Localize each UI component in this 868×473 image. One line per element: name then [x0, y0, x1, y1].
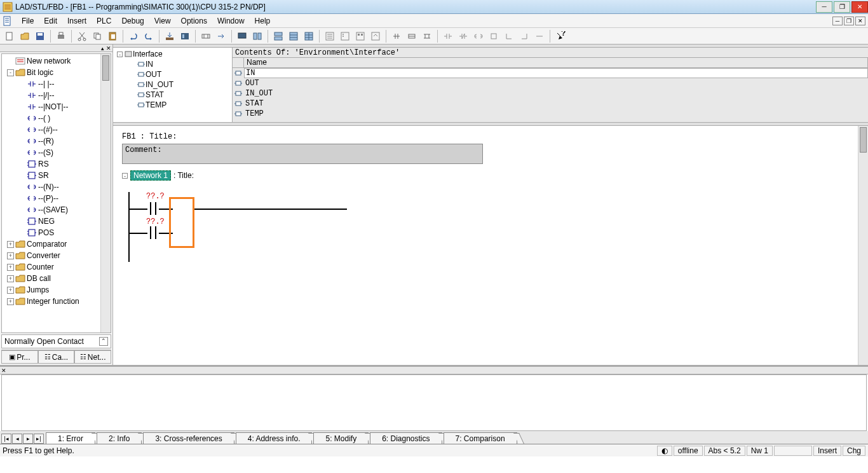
download-button[interactable]	[163, 29, 177, 43]
contact-1[interactable]	[147, 202, 159, 215]
tree-node[interactable]: --| |--	[2, 78, 111, 90]
branch-close-button[interactable]	[517, 29, 531, 43]
comment-box[interactable]: Comment:	[122, 144, 483, 164]
connection-button[interactable]	[532, 29, 546, 43]
module-button[interactable]	[178, 29, 192, 43]
save-button[interactable]	[33, 29, 47, 43]
close-button[interactable]: ✕	[851, 1, 868, 13]
minimize-button[interactable]: ─	[816, 1, 832, 13]
tree-node[interactable]: +Comparator	[2, 238, 111, 250]
network-button[interactable]	[199, 29, 213, 43]
tab-nav-last[interactable]: ▸|	[34, 434, 44, 444]
copy-button[interactable]	[90, 29, 104, 43]
tree-node[interactable]: +DB call	[2, 273, 111, 284]
address-1[interactable]: ??.?	[146, 192, 165, 201]
view3-button[interactable]	[302, 29, 316, 43]
cut-button[interactable]	[75, 29, 89, 43]
catalog3-button[interactable]	[353, 29, 367, 43]
catalog4-button[interactable]	[369, 29, 383, 43]
mdi-minimize-button[interactable]: ─	[832, 17, 843, 25]
output-tab[interactable]: 2: Info	[97, 432, 142, 444]
mdi-close-button[interactable]: ✕	[855, 17, 865, 25]
output-tab[interactable]: 5: Modify	[313, 432, 369, 444]
iface-tree-node[interactable]: IN_OUT	[114, 79, 231, 90]
output-tab[interactable]: 6: Diagnostics	[370, 432, 442, 444]
left-tab-network[interactable]: ☷ Net...	[74, 350, 111, 364]
column-name[interactable]: Name	[244, 58, 868, 67]
maximize-button[interactable]: ❐	[834, 1, 850, 13]
redo-button[interactable]	[142, 29, 156, 43]
tab-nav-next[interactable]: ▸	[23, 434, 33, 444]
tree-node[interactable]: --|/|--	[2, 90, 111, 101]
iface-row[interactable]: OUT	[233, 78, 868, 88]
tree-node[interactable]: --(R)	[2, 135, 111, 147]
interface-tree[interactable]: - Interface IN OUT IN_OUT STAT TEMP	[113, 48, 233, 122]
catalog2-button[interactable]	[338, 29, 352, 43]
undo-button[interactable]	[126, 29, 140, 43]
network-collapse-icon[interactable]: -	[122, 173, 128, 179]
paste-button[interactable]	[105, 29, 119, 43]
output-tab[interactable]: 1: Error	[46, 432, 95, 444]
output-tab[interactable]: 3: Cross-references	[143, 432, 234, 444]
iface-tree-node[interactable]: - Interface	[114, 49, 231, 59]
insert3-button[interactable]	[420, 29, 434, 43]
ladder-diagram[interactable]: ??.? ??.?	[128, 192, 859, 262]
address-2[interactable]: ??.?	[146, 217, 165, 226]
tree-node[interactable]: +Jumps	[2, 284, 111, 296]
iface-row[interactable]: TEMP	[233, 109, 868, 119]
menu-view[interactable]: View	[149, 15, 176, 27]
output-tab[interactable]: 4: Address info.	[236, 432, 313, 444]
tab-nav-prev[interactable]: ◂	[12, 434, 22, 444]
tree-node[interactable]: --( )	[2, 113, 111, 124]
monitor-button[interactable]	[235, 29, 249, 43]
iface-tree-node[interactable]: TEMP	[114, 100, 231, 110]
branch-open-button[interactable]	[502, 29, 516, 43]
contact-open-button[interactable]	[441, 29, 455, 43]
selection-box[interactable]	[169, 197, 194, 248]
menu-file[interactable]: File	[17, 15, 39, 27]
insert1-button[interactable]	[390, 29, 403, 43]
iface-tree-node[interactable]: STAT	[114, 90, 231, 100]
left-tab-call[interactable]: ☷ Ca...	[38, 350, 75, 364]
tree-node[interactable]: --(SAVE)	[2, 204, 111, 216]
tree-node[interactable]: POS	[2, 227, 111, 238]
iface-tree-node[interactable]: IN	[114, 59, 231, 69]
view1-button[interactable]	[271, 29, 285, 43]
output-tab[interactable]: 7: Comparison	[444, 432, 517, 444]
ladder-editor[interactable]: FB1 : Title: Comment: - Network 1 : Titl…	[113, 126, 868, 365]
editor-scrollbar[interactable]	[858, 126, 868, 365]
mdi-restore-button[interactable]: ❐	[844, 17, 854, 25]
print-button[interactable]	[54, 29, 68, 43]
new-button[interactable]	[3, 29, 17, 43]
menu-plc[interactable]: PLC	[92, 15, 116, 27]
coil-button[interactable]	[471, 29, 485, 43]
tree-scrollbar[interactable]	[100, 54, 111, 332]
tree-node[interactable]: +Counter	[2, 261, 111, 273]
menu-insert[interactable]: Insert	[62, 15, 92, 27]
menu-options[interactable]: Options	[176, 15, 212, 27]
menu-help[interactable]: Help	[250, 15, 276, 27]
iface-tree-node[interactable]: OUT	[114, 69, 231, 79]
help-button[interactable]: ?	[553, 29, 567, 43]
network-title[interactable]: : Title:	[173, 171, 194, 180]
menu-edit[interactable]: Edit	[39, 15, 62, 27]
iface-row[interactable]: IN	[233, 68, 868, 78]
tree-node[interactable]: New network	[2, 55, 111, 67]
iface-row[interactable]: STAT	[233, 99, 868, 109]
insert2-button[interactable]	[405, 29, 419, 43]
tab-nav-first[interactable]: |◂	[1, 434, 11, 444]
tree-node[interactable]: +Integer function	[2, 296, 111, 307]
catalog1-button[interactable]	[323, 29, 337, 43]
network-label[interactable]: Network 1	[130, 170, 171, 181]
pane-close-icon[interactable]: ▴ ✕	[0, 45, 112, 52]
menu-debug[interactable]: Debug	[116, 15, 149, 27]
menu-window[interactable]: Window	[212, 15, 250, 27]
contact-2[interactable]	[147, 226, 159, 239]
split-h-button[interactable]	[250, 29, 264, 43]
tree-node[interactable]: --(#)--	[2, 124, 111, 135]
iface-row[interactable]: IN_OUT	[233, 88, 868, 99]
tree-node[interactable]: +Converter	[2, 250, 111, 261]
output-body[interactable]	[1, 374, 867, 431]
tree-node[interactable]: --|NOT|--	[2, 101, 111, 113]
tree-node[interactable]: -Bit logic	[2, 67, 111, 78]
